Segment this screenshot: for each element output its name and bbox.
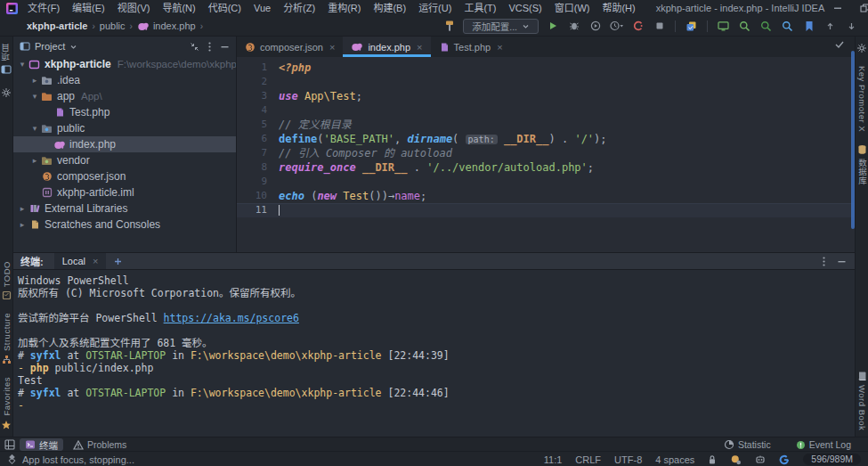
hide-panel-icon[interactable] bbox=[220, 42, 230, 52]
tree-item-external-libraries[interactable]: ▸External Libraries bbox=[13, 200, 236, 217]
panel-options-icon[interactable] bbox=[207, 41, 212, 53]
code-line-7[interactable]: 7// 引入 Composer 的 autoload bbox=[237, 146, 856, 160]
terminal-output[interactable]: Windows PowerShell版权所有 (C) Microsoft Cor… bbox=[13, 270, 856, 412]
menu-item[interactable]: 代码(C) bbox=[202, 0, 247, 16]
menu-item[interactable]: Vue bbox=[247, 0, 277, 16]
notifications-icon[interactable] bbox=[730, 454, 742, 465]
tree-item-composer-json[interactable]: composer.json bbox=[13, 168, 236, 184]
code-line-3[interactable]: 3use App\Test; bbox=[237, 89, 856, 103]
breadcrumb-item-xkphp-article[interactable]: xkphp-article bbox=[27, 20, 87, 31]
expand-arrow-icon[interactable]: ▾ bbox=[29, 92, 40, 101]
tool-stripe-button-structure[interactable]: Structure bbox=[2, 313, 12, 364]
tool-stripe-button-key-promoter-x[interactable]: Key Promoter X bbox=[857, 66, 867, 132]
editor-tab-test-php[interactable]: Test.php× bbox=[431, 37, 511, 57]
menu-item[interactable]: 运行(U) bbox=[412, 0, 458, 16]
menu-item[interactable]: 分析(Z) bbox=[277, 0, 321, 16]
menu-item[interactable]: 视图(V) bbox=[111, 0, 157, 16]
tab-close-icon[interactable]: × bbox=[497, 42, 502, 53]
tool-stripe-button-favorites[interactable]: Favorites bbox=[1, 377, 12, 430]
expand-arrow-icon[interactable]: ▾ bbox=[29, 124, 40, 133]
run-coverage-icon[interactable] bbox=[588, 19, 603, 34]
line-separator[interactable]: CRLF bbox=[575, 454, 601, 465]
code-line-10[interactable]: 10echo (new Test())→name; bbox=[237, 189, 856, 203]
tool-window-button-[interactable]: 终端 bbox=[20, 438, 63, 451]
code-line-6[interactable]: 6define('BASE_PATH', dirname( path: __DI… bbox=[237, 132, 856, 146]
terminal-hide-icon[interactable] bbox=[837, 257, 847, 266]
tree-item-vendor[interactable]: ▸vendor bbox=[13, 152, 236, 168]
google-translate-icon[interactable] bbox=[779, 454, 790, 465]
tool-stripe-button-gear-icon[interactable] bbox=[1, 87, 12, 98]
bookmark-icon[interactable] bbox=[801, 19, 816, 34]
pscore6-link[interactable]: https://aka.ms/pscore6 bbox=[164, 312, 299, 324]
tool-window-button-problems[interactable]: Problems bbox=[68, 438, 132, 451]
tool-stripe-button-todo[interactable]: TODO bbox=[2, 261, 12, 300]
collapse-panel-icon[interactable] bbox=[190, 42, 199, 52]
expand-arrow-icon[interactable]: ▾ bbox=[17, 60, 28, 69]
tab-close-icon[interactable]: × bbox=[417, 42, 422, 53]
code-line-8[interactable]: 8require_once __DIR__ . '/../vendor/auto… bbox=[237, 160, 856, 175]
project-panel-title[interactable]: Project bbox=[35, 41, 65, 52]
menu-item[interactable]: 帮助(H) bbox=[596, 0, 641, 16]
restore-button[interactable] bbox=[851, 0, 868, 16]
tree-item-app[interactable]: ▾appApp\ bbox=[13, 88, 236, 104]
menu-item[interactable]: 构建(B) bbox=[367, 0, 412, 16]
minimize-button[interactable] bbox=[824, 0, 851, 16]
code-editor[interactable]: 1<?php23use App\Test;45// 定义根目录6define('… bbox=[237, 57, 856, 252]
tool-window-toggle-icon[interactable] bbox=[4, 439, 15, 450]
code-line-11[interactable]: 11 bbox=[237, 203, 856, 217]
code-line-4[interactable]: 4 bbox=[237, 103, 856, 118]
tree-item-public[interactable]: ▾public bbox=[13, 120, 236, 136]
file-encoding[interactable]: UTF-8 bbox=[614, 454, 642, 465]
memory-indicator[interactable]: 596/989M bbox=[803, 454, 861, 465]
attach-profiler-icon[interactable] bbox=[630, 19, 645, 34]
menu-item[interactable]: 工具(T) bbox=[458, 0, 502, 16]
caret-position[interactable]: 11:1 bbox=[544, 454, 563, 465]
debug-button[interactable] bbox=[566, 19, 581, 34]
preview-icon[interactable] bbox=[716, 19, 731, 34]
readonly-lock-icon[interactable] bbox=[708, 454, 717, 465]
new-terminal-session-icon[interactable] bbox=[113, 257, 123, 266]
expand-arrow-icon[interactable]: ▸ bbox=[17, 220, 28, 229]
stop-button[interactable] bbox=[652, 19, 667, 34]
settings-sync-icon[interactable] bbox=[684, 19, 699, 34]
expand-arrow-icon[interactable]: ▸ bbox=[17, 204, 28, 213]
tool-stripe-button-word-book[interactable]: Word Book bbox=[857, 371, 867, 430]
tree-item-scratches-and-consoles[interactable]: ▸Scratches and Consoles bbox=[13, 217, 236, 233]
tool-window-button-event-log[interactable]: Event Log bbox=[791, 438, 856, 451]
chevron-down-icon[interactable] bbox=[69, 43, 77, 51]
breadcrumb-item-index-php[interactable]: index.php bbox=[137, 20, 196, 31]
build-hammer-icon[interactable] bbox=[442, 19, 457, 34]
find-everywhere-icon[interactable] bbox=[780, 19, 795, 34]
code-line-9[interactable]: 9 bbox=[237, 175, 856, 189]
indent-setting[interactable]: 4 spaces bbox=[655, 454, 694, 465]
tree-item-xkphp-article-iml[interactable]: xkphp-article.iml bbox=[13, 184, 236, 200]
editor-tab-composer-json[interactable]: composer.json× bbox=[237, 37, 343, 57]
tree-item-idea[interactable]: ▸.idea bbox=[13, 72, 236, 88]
code-line-5[interactable]: 5// 定义根目录 bbox=[237, 118, 856, 132]
editor-tab-index-php[interactable]: index.php× bbox=[343, 37, 430, 57]
search-icon[interactable] bbox=[737, 19, 752, 34]
run-button[interactable] bbox=[545, 19, 560, 34]
plugin-robot-icon[interactable] bbox=[755, 454, 766, 464]
tree-item-index-php[interactable]: index.php bbox=[13, 136, 236, 152]
tree-item-xkphp-article[interactable]: ▾xkphp-articleF:\workspace\demo\xkphp-ar… bbox=[13, 56, 236, 72]
tool-stripe-button-[interactable]: 项目 bbox=[0, 43, 12, 75]
breadcrumb-item-public[interactable]: public bbox=[100, 20, 126, 31]
tree-item-test-php[interactable]: Test.php bbox=[13, 104, 236, 120]
navigate-up-icon[interactable] bbox=[823, 19, 838, 34]
replace-icon[interactable] bbox=[758, 19, 774, 34]
code-line-1[interactable]: 1<?php bbox=[237, 61, 856, 75]
tool-stripe-button-gear-icon[interactable] bbox=[856, 43, 867, 53]
terminal-options-icon[interactable] bbox=[822, 256, 826, 267]
expand-arrow-icon[interactable]: ▸ bbox=[29, 76, 40, 85]
code-line-2[interactable]: 2 bbox=[237, 75, 856, 89]
menu-item[interactable]: 重构(R) bbox=[321, 0, 367, 16]
terminal-tab-local[interactable]: Local × bbox=[54, 253, 107, 269]
tool-window-button-statistic[interactable]: Statistic bbox=[718, 438, 776, 451]
menu-item[interactable]: VCS(S) bbox=[502, 0, 548, 16]
expand-arrow-icon[interactable]: ▸ bbox=[29, 156, 40, 165]
profiler-icon[interactable] bbox=[609, 19, 624, 34]
menu-item[interactable]: 导航(N) bbox=[156, 0, 201, 16]
run-configurations-combo[interactable]: 添加配置... bbox=[463, 19, 539, 34]
tool-stripe-button-[interactable]: 数据库 bbox=[856, 144, 868, 185]
